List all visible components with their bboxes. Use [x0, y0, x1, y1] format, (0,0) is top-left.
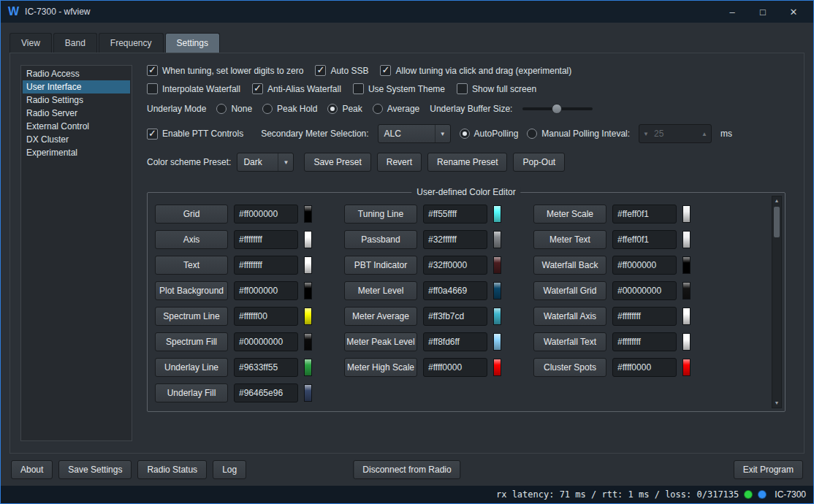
meter-level-color-button[interactable]: Meter Level [344, 281, 417, 300]
waterfall-axis-hex-input[interactable] [612, 307, 677, 326]
secondary-meter-select[interactable]: ALC ▼ [378, 124, 451, 143]
passband-color-button[interactable]: Passband [344, 230, 417, 249]
popout-button[interactable]: Pop-Out [513, 153, 565, 172]
scroll-up-icon[interactable]: ▲ [775, 196, 780, 205]
minimize-button[interactable]: – [720, 7, 745, 18]
text-hex-input[interactable] [234, 256, 298, 275]
plot-background-hex-input[interactable] [234, 281, 298, 300]
plot-background-color-button[interactable]: Plot Background [155, 281, 228, 300]
tuning-options-row: When tuning, set lower digits to zero Au… [147, 65, 794, 76]
scrollbar-thumb[interactable] [774, 207, 780, 237]
color-preset-select[interactable]: Dark ▼ [237, 153, 294, 172]
meter-average-color-button[interactable]: Meter Average [344, 307, 417, 326]
text-color-button[interactable]: Text [155, 256, 228, 275]
waterfall-back-color-button[interactable]: Waterfall Back [533, 256, 606, 275]
log-button[interactable]: Log [213, 460, 246, 479]
tuning-line-hex-input[interactable] [423, 205, 487, 224]
manual-polling-radio[interactable]: Manual Polling Inteval: [527, 129, 630, 139]
underlay-line-color-button[interactable]: Underlay Line [155, 358, 228, 377]
tab-band[interactable]: Band [53, 33, 97, 53]
underlay-fill-color-button[interactable]: Underlay Fill [155, 383, 228, 402]
axis-hex-input[interactable] [234, 230, 298, 249]
auto-ssb-checkbox[interactable]: Auto SSB [315, 65, 368, 76]
tuning-line-color-button[interactable]: Tuning Line [344, 205, 417, 224]
tab-settings[interactable]: Settings [165, 33, 220, 53]
color-columns: Grid Axis Text [155, 205, 763, 402]
radio-status-button[interactable]: Radio Status [137, 460, 207, 479]
sidebar-item-radio-server[interactable]: Radio Server [23, 107, 130, 120]
underlay-average-radio[interactable]: Average [373, 104, 419, 114]
waterfall-back-hex-input[interactable] [612, 256, 677, 275]
interpolate-waterfall-checkbox[interactable]: Interpolate Waterfall [147, 83, 240, 94]
color-row-meter-average: Meter Average [344, 307, 501, 326]
use-system-theme-checkbox[interactable]: Use System Theme [353, 83, 445, 94]
waterfall-text-hex-input[interactable] [612, 332, 677, 351]
underlay-peak-radio[interactable]: Peak [327, 104, 362, 114]
sidebar-item-radio-access[interactable]: Radio Access [23, 67, 130, 80]
sidebar-item-experimental[interactable]: Experimental [23, 146, 130, 159]
meter-scale-color-button[interactable]: Meter Scale [533, 205, 606, 224]
tab-frequency[interactable]: Frequency [99, 33, 164, 53]
waterfall-grid-color-button[interactable]: Waterfall Grid [533, 281, 606, 300]
cluster-spots-color-button[interactable]: Cluster Spots [533, 358, 606, 377]
waterfall-text-color-button[interactable]: Waterfall Text [533, 332, 606, 351]
spin-down-icon[interactable]: ▼ [639, 131, 653, 137]
save-settings-button[interactable]: Save Settings [58, 460, 132, 479]
grid-hex-input[interactable] [234, 205, 298, 224]
tab-view[interactable]: View [9, 33, 52, 53]
polling-interval-spinner[interactable]: ▼ 25 ▲ [639, 124, 712, 143]
passband-hex-input[interactable] [423, 230, 487, 249]
meter-high-scale-hex-input[interactable] [423, 358, 487, 377]
exit-program-button[interactable]: Exit Program [734, 460, 803, 479]
underlay-buffer-slider[interactable] [522, 102, 593, 115]
meter-high-scale-color-button[interactable]: Meter High Scale [344, 358, 417, 377]
enable-ptt-checkbox[interactable]: Enable PTT Controls [147, 129, 243, 140]
underlay-line-hex-input[interactable] [234, 358, 298, 377]
revert-button[interactable]: Revert [377, 153, 422, 172]
underlay-peak-hold-radio[interactable]: Peak Hold [262, 104, 317, 114]
meter-peak-level-hex-input[interactable] [423, 332, 487, 351]
waterfall-axis-color-button[interactable]: Waterfall Axis [533, 307, 606, 326]
scroll-down-icon[interactable]: ▼ [775, 399, 780, 408]
spectrum-fill-hex-input[interactable] [234, 332, 298, 351]
anti-alias-waterfall-label: Anti-Alias Waterfall [267, 84, 341, 94]
show-full-screen-checkbox[interactable]: Show full screen [457, 83, 536, 94]
spectrum-line-hex-input[interactable] [234, 307, 298, 326]
when-tuning-checkbox[interactable]: When tuning, set lower digits to zero [147, 65, 303, 76]
color-editor-scrollbar[interactable]: ▲ ▼ [772, 196, 782, 408]
waterfall-grid-hex-input[interactable] [612, 281, 677, 300]
about-button[interactable]: About [11, 460, 53, 479]
maximize-button[interactable]: □ [750, 7, 775, 18]
spin-up-icon[interactable]: ▲ [698, 131, 711, 137]
meter-scale-hex-input[interactable] [612, 205, 677, 224]
meter-average-color-swatch [493, 308, 501, 325]
sidebar-item-dx-cluster[interactable]: DX Cluster [23, 133, 130, 146]
meter-average-hex-input[interactable] [423, 307, 487, 326]
color-row-axis: Axis [155, 230, 312, 249]
allow-tuning-drag-checkbox[interactable]: Allow tuning via click and drag (experim… [380, 65, 571, 76]
sidebar-item-user-interface[interactable]: User Interface [23, 80, 130, 93]
slider-handle[interactable] [552, 104, 562, 114]
meter-text-color-button[interactable]: Meter Text [533, 230, 606, 249]
spectrum-fill-color-button[interactable]: Spectrum Fill [155, 332, 228, 351]
pbt-indicator-hex-input[interactable] [423, 256, 487, 275]
cluster-spots-hex-input[interactable] [612, 358, 677, 377]
meter-peak-level-color-button[interactable]: Meter Peak Level [344, 332, 417, 351]
radio-icon [216, 104, 227, 114]
disconnect-button[interactable]: Disconnect from Radio [353, 460, 460, 479]
pbt-indicator-color-button[interactable]: PBT Indicator [344, 256, 417, 275]
rename-preset-button[interactable]: Rename Preset [427, 153, 507, 172]
sidebar-item-external-control[interactable]: External Control [23, 120, 130, 133]
spectrum-line-color-button[interactable]: Spectrum Line [155, 307, 228, 326]
meter-text-hex-input[interactable] [612, 230, 677, 249]
sidebar-item-radio-settings[interactable]: Radio Settings [23, 93, 130, 107]
meter-level-hex-input[interactable] [423, 281, 487, 300]
axis-color-button[interactable]: Axis [155, 230, 228, 249]
autopolling-radio[interactable]: AutoPolling [460, 129, 519, 139]
save-preset-button[interactable]: Save Preset [304, 153, 370, 172]
underlay-none-radio[interactable]: None [216, 104, 252, 114]
anti-alias-waterfall-checkbox[interactable]: Anti-Alias Waterfall [252, 83, 341, 94]
underlay-fill-hex-input[interactable] [234, 383, 298, 402]
grid-color-button[interactable]: Grid [155, 205, 228, 224]
close-button[interactable]: ✕ [781, 7, 806, 18]
